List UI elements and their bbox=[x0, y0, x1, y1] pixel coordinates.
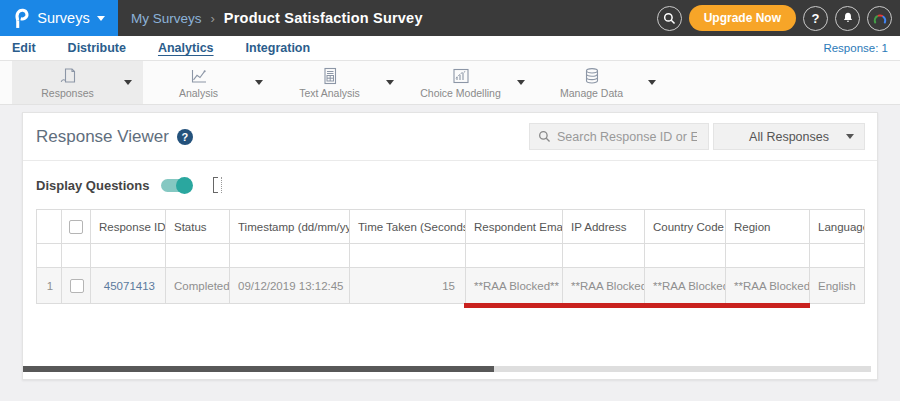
ip-address-cell: **RAA Blocked** bbox=[563, 268, 645, 304]
tab-edit[interactable]: Edit bbox=[12, 41, 36, 55]
column-label: Timestamp (dd/mm/yyyy) bbox=[238, 221, 350, 233]
col-row-number bbox=[37, 210, 62, 244]
toolbar-item-manage-data[interactable]: Manage Data bbox=[536, 61, 667, 104]
chevron-down-icon bbox=[124, 80, 132, 85]
toolbar-item-analysis[interactable]: Analysis bbox=[143, 61, 274, 104]
card-header: Response Viewer ? All Responses bbox=[23, 113, 877, 161]
filter-cell bbox=[563, 244, 645, 268]
filter-cell bbox=[37, 244, 62, 268]
global-search-button[interactable] bbox=[657, 6, 682, 31]
chevron-down-icon bbox=[255, 80, 263, 85]
tab-distribute[interactable]: Distribute bbox=[68, 41, 126, 55]
bracket-shape bbox=[213, 177, 218, 193]
horizontal-scrollbar[interactable] bbox=[23, 366, 871, 372]
col-response-id[interactable]: Response ID bbox=[91, 210, 166, 244]
toolbar-item-text-analysis[interactable]: Text Analysis bbox=[274, 61, 405, 104]
region-cell: **RAA Blocked** bbox=[726, 268, 810, 304]
col-status: Status bbox=[166, 210, 230, 244]
tab-integration[interactable]: Integration bbox=[246, 41, 311, 55]
filter-cell bbox=[166, 244, 230, 268]
toolbar-label: Manage Data bbox=[560, 87, 623, 99]
responses-table-wrap: Response ID Status Timestamp (dd/mm/yyyy… bbox=[23, 209, 877, 304]
upgrade-now-button[interactable]: Upgrade Now bbox=[689, 5, 796, 31]
search-icon bbox=[538, 130, 551, 143]
row-checkbox[interactable] bbox=[70, 279, 84, 293]
language-cell: English bbox=[810, 268, 865, 304]
filter-cell bbox=[91, 244, 166, 268]
bell-icon bbox=[841, 11, 855, 25]
toolbar-label: Responses bbox=[41, 87, 94, 99]
questionpro-app: Surveys My Surveys › Product Satisfactio… bbox=[0, 0, 900, 401]
toolbar-item-responses[interactable]: Responses bbox=[12, 61, 143, 104]
select-all-checkbox[interactable] bbox=[69, 220, 83, 234]
column-label: IP Address bbox=[571, 221, 626, 233]
response-viewer-card: Response Viewer ? All Responses bbox=[22, 112, 878, 380]
product-switcher-label: Surveys bbox=[37, 10, 89, 26]
score-gauge-icon bbox=[872, 11, 888, 25]
column-label: Respondent Email bbox=[474, 221, 563, 233]
breadcrumb-separator: › bbox=[211, 11, 215, 26]
col-country-code: Country Code bbox=[645, 210, 726, 244]
text-analysis-icon bbox=[320, 66, 340, 86]
help-icon[interactable]: ? bbox=[177, 129, 193, 145]
product-switcher[interactable]: Surveys bbox=[0, 0, 118, 36]
toolbar-label: Choice Modelling bbox=[420, 87, 501, 99]
display-questions-toggle[interactable] bbox=[161, 179, 191, 192]
col-time-taken[interactable]: Time Taken (Seconds) bbox=[350, 210, 466, 244]
page-title: Response Viewer bbox=[36, 127, 169, 147]
top-bar: Surveys My Surveys › Product Satisfactio… bbox=[0, 0, 900, 36]
account-menu-button[interactable] bbox=[867, 6, 892, 31]
column-label: Country Code bbox=[653, 221, 724, 233]
viewer-controls: Display Questions bbox=[23, 161, 877, 209]
filter-cell bbox=[230, 244, 350, 268]
filter-cell bbox=[350, 244, 466, 268]
col-language: Language bbox=[810, 210, 865, 244]
filter-cell bbox=[466, 244, 563, 268]
chevron-down-icon bbox=[648, 80, 656, 85]
status-cell: Completed bbox=[166, 268, 230, 304]
questionpro-logo-icon bbox=[13, 8, 30, 29]
table-header-row: Response ID Status Timestamp (dd/mm/yyyy… bbox=[37, 210, 865, 244]
analytics-toolbar: Responses Analysis bbox=[0, 61, 900, 105]
response-count-label: Response: 1 bbox=[823, 42, 888, 54]
tab-analytics[interactable]: Analytics bbox=[158, 41, 214, 55]
chevron-down-icon bbox=[846, 134, 854, 139]
toolbar-label: Text Analysis bbox=[299, 87, 360, 99]
filter-cell bbox=[726, 244, 810, 268]
responses-table: Response ID Status Timestamp (dd/mm/yyyy… bbox=[36, 209, 865, 304]
col-region: Region bbox=[726, 210, 810, 244]
breadcrumb-current-survey: Product Satisfaction Survey bbox=[224, 10, 423, 26]
survey-nav-tabs: Edit Distribute Analytics Integration Re… bbox=[0, 36, 900, 61]
response-id-link[interactable]: 45071413 bbox=[91, 268, 166, 304]
col-select-all bbox=[62, 210, 91, 244]
manage-data-icon bbox=[582, 66, 602, 86]
filter-cell bbox=[645, 244, 726, 268]
notifications-button[interactable] bbox=[835, 6, 860, 31]
chevron-down-icon bbox=[386, 80, 394, 85]
help-button[interactable]: ? bbox=[803, 6, 828, 31]
row-select-cell bbox=[62, 268, 91, 304]
responses-icon bbox=[58, 66, 78, 86]
response-filter-value: All Responses bbox=[749, 130, 829, 144]
filter-cell bbox=[62, 244, 91, 268]
freeze-columns-icon[interactable] bbox=[213, 177, 222, 194]
country-code-cell: **RAA Blocked** bbox=[645, 268, 726, 304]
response-search-box bbox=[529, 123, 709, 150]
toolbar-item-choice-modelling[interactable]: Choice Modelling bbox=[405, 61, 536, 104]
analysis-icon bbox=[189, 66, 209, 86]
toolbar-label: Analysis bbox=[179, 87, 218, 99]
column-label: Response ID bbox=[99, 221, 165, 233]
question-mark-glyph: ? bbox=[182, 131, 189, 143]
display-questions-label: Display Questions bbox=[36, 178, 149, 193]
col-timestamp[interactable]: Timestamp (dd/mm/yyyy) bbox=[230, 210, 350, 244]
breadcrumb-my-surveys[interactable]: My Surveys bbox=[131, 11, 202, 26]
row-number: 1 bbox=[37, 268, 62, 304]
table-filter-row bbox=[37, 244, 865, 268]
response-filter-dropdown[interactable]: All Responses bbox=[713, 123, 865, 150]
search-input[interactable] bbox=[557, 130, 697, 144]
chevron-down-icon bbox=[97, 16, 105, 21]
timestamp-cell: 09/12/2019 13:12:45 bbox=[230, 268, 350, 304]
scrollbar-thumb[interactable] bbox=[23, 366, 494, 372]
time-taken-cell: 15 bbox=[350, 268, 466, 304]
column-label: Region bbox=[734, 221, 770, 233]
